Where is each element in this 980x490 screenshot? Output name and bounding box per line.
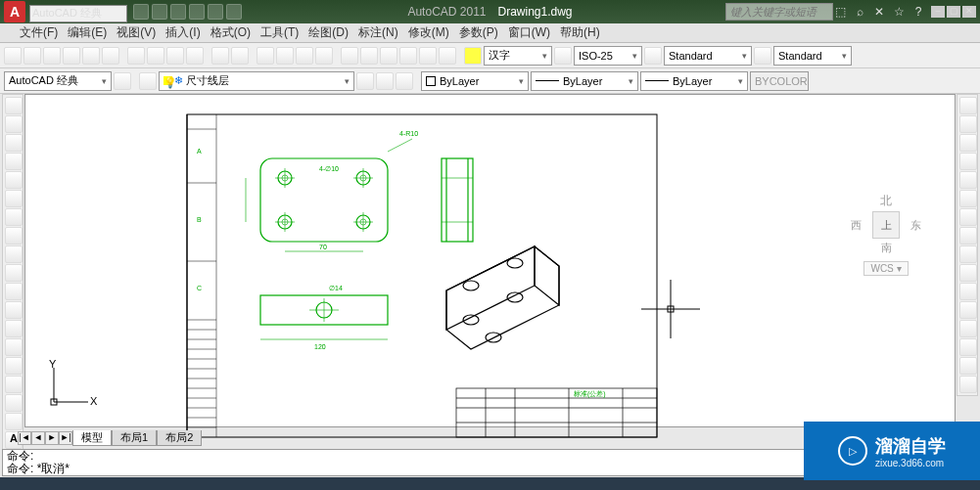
search-input[interactable]	[725, 3, 833, 21]
color-dropdown[interactable]: ByLayer	[421, 71, 529, 91]
mleaderstyle-dropdown[interactable]: Standard	[773, 46, 852, 66]
tablestyle-icon[interactable]	[644, 47, 662, 65]
tab-layout1[interactable]: 布局1	[112, 430, 157, 446]
plotstyle-dropdown[interactable]: BYCOLOR	[750, 71, 809, 91]
table-icon[interactable]	[5, 413, 23, 430]
preview-icon[interactable]	[82, 47, 100, 65]
minimize-button[interactable]: –	[931, 6, 945, 18]
pan-icon[interactable]	[257, 47, 274, 65]
save-icon[interactable]	[43, 47, 61, 65]
workspace-dropdown[interactable]: AutoCAD 经典	[29, 5, 127, 22]
drawing-canvas[interactable]: A B C 70 4-R10 4-∅10	[24, 94, 956, 427]
textstyle-icon[interactable]	[464, 47, 482, 65]
tablestyle-dropdown[interactable]: Standard	[664, 46, 752, 66]
qat-new-icon[interactable]	[133, 4, 149, 20]
tab-layout2[interactable]: 布局2	[157, 430, 202, 446]
redo-icon[interactable]	[231, 47, 249, 65]
stretch-icon[interactable]	[959, 245, 977, 263]
insert-icon[interactable]	[5, 301, 23, 319]
explode-icon[interactable]	[959, 376, 977, 393]
tab-first-icon[interactable]: |◄	[18, 431, 31, 445]
lineweight-dropdown[interactable]: ByLayer	[640, 71, 748, 91]
fillet-icon[interactable]	[959, 357, 977, 375]
xline-icon[interactable]	[5, 115, 23, 133]
exchange-icon[interactable]: ✕	[872, 5, 886, 19]
properties-icon[interactable]	[341, 47, 358, 65]
qat-redo-icon[interactable]	[208, 4, 223, 20]
workspace-dd2[interactable]: AutoCAD 经典	[4, 71, 112, 91]
block-icon[interactable]	[5, 320, 23, 337]
point-icon[interactable]	[5, 338, 23, 356]
layeriso-icon[interactable]	[376, 72, 394, 90]
markup-icon[interactable]	[419, 47, 437, 65]
qat-open-icon[interactable]	[152, 4, 167, 20]
chamfer-icon[interactable]	[959, 338, 977, 356]
toolpalette-icon[interactable]	[380, 47, 397, 65]
line-icon[interactable]	[5, 97, 23, 114]
menu-dimension[interactable]: 标注(N)	[358, 24, 398, 41]
menu-tools[interactable]: 工具(T)	[260, 24, 299, 41]
trim-icon[interactable]	[959, 264, 977, 282]
hatch-icon[interactable]	[5, 357, 23, 375]
menu-view[interactable]: 视图(V)	[117, 24, 156, 41]
menu-format[interactable]: 格式(O)	[210, 24, 251, 41]
mirror-icon[interactable]	[959, 134, 977, 152]
paste-icon[interactable]	[166, 47, 184, 65]
wcs-dropdown[interactable]: WCS ▾	[863, 261, 908, 276]
scale-icon[interactable]	[959, 227, 977, 245]
menu-draw[interactable]: 绘图(D)	[308, 24, 349, 41]
open-icon[interactable]	[23, 47, 41, 65]
zoom-icon[interactable]	[276, 47, 294, 65]
publish-icon[interactable]	[102, 47, 119, 65]
menu-help[interactable]: 帮助(H)	[560, 24, 600, 41]
join-icon[interactable]	[959, 320, 977, 337]
sheetset-icon[interactable]	[399, 47, 417, 65]
layerstate-icon[interactable]	[356, 72, 374, 90]
copy-icon[interactable]	[147, 47, 164, 65]
designcenter-icon[interactable]	[360, 47, 378, 65]
layer-manager-icon[interactable]	[139, 72, 157, 90]
layerprev-icon[interactable]	[396, 72, 413, 90]
polyline-icon[interactable]	[5, 134, 23, 152]
zoomprev-icon[interactable]	[315, 47, 333, 65]
qat-undo-icon[interactable]	[189, 4, 205, 20]
help-icon[interactable]: ?	[911, 5, 925, 19]
new-icon[interactable]	[4, 47, 22, 65]
dimstyle-dropdown[interactable]: ISO-25	[574, 46, 642, 66]
dimstyle-icon[interactable]	[554, 47, 572, 65]
array-icon[interactable]	[959, 171, 977, 189]
tab-prev-icon[interactable]: ◄	[31, 431, 45, 445]
mleaderstyle-icon[interactable]	[754, 47, 771, 65]
infocenter-btn-icon[interactable]: ⬚	[833, 5, 847, 19]
menu-modify[interactable]: 修改(M)	[408, 24, 449, 41]
rectangle-icon[interactable]	[5, 171, 23, 189]
tab-model[interactable]: 模型	[72, 430, 112, 446]
undo-icon[interactable]	[211, 47, 229, 65]
workspace-settings-icon[interactable]	[114, 72, 131, 90]
app-logo[interactable]: A	[4, 1, 25, 22]
view-cube[interactable]: 北 西 上 东 南 WCS ▾	[851, 193, 921, 281]
menu-edit[interactable]: 编辑(E)	[68, 24, 107, 41]
menu-file[interactable]: 文件(F)	[20, 24, 58, 41]
gradient-icon[interactable]	[5, 376, 23, 393]
menu-window[interactable]: 窗口(W)	[508, 24, 550, 41]
qat-print-icon[interactable]	[226, 4, 242, 20]
linetype-dropdown[interactable]: ByLayer	[531, 71, 638, 91]
close-button[interactable]: ✕	[962, 6, 976, 18]
zoomwin-icon[interactable]	[296, 47, 313, 65]
polygon-icon[interactable]	[5, 153, 23, 170]
textstyle-dropdown[interactable]: 汉字	[484, 46, 552, 66]
menu-parametric[interactable]: 参数(P)	[459, 24, 498, 41]
revcloud-icon[interactable]	[5, 227, 23, 245]
signin-icon[interactable]: ⌕	[853, 5, 866, 19]
arc-icon[interactable]	[5, 190, 23, 207]
region-icon[interactable]	[5, 394, 23, 412]
qat-save-icon[interactable]	[170, 4, 186, 20]
break-icon[interactable]	[959, 301, 977, 319]
ellipse-icon[interactable]	[5, 264, 23, 282]
erase-icon[interactable]	[959, 97, 977, 114]
cut-icon[interactable]	[127, 47, 145, 65]
print-icon[interactable]	[63, 47, 80, 65]
tab-last-icon[interactable]: ►|	[59, 431, 72, 445]
tab-next-icon[interactable]: ►	[45, 431, 59, 445]
